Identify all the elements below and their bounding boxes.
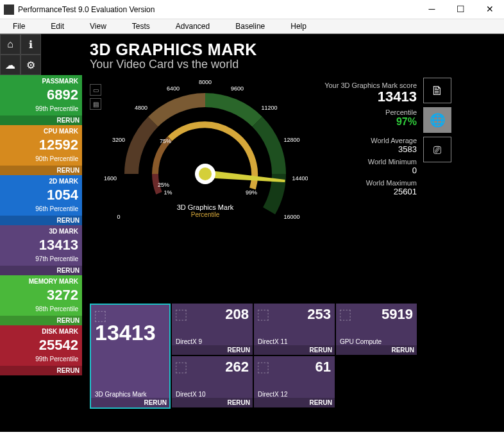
tile-2dmark[interactable]: 2D MARK 1054 96th Percentile RERUN bbox=[0, 175, 82, 225]
save-icon[interactable]: 🗎 bbox=[423, 78, 451, 103]
tile-3dmark[interactable]: 3D MARK 13413 97th Percentile RERUN bbox=[0, 225, 82, 275]
menu-baseline[interactable]: Baseline bbox=[223, 19, 278, 33]
tile-passmark[interactable]: PASSMARK 6892 99th Percentile RERUN bbox=[0, 75, 82, 125]
subtile-dx11[interactable]: ⬚ 253 DirectX 11 RERUN bbox=[254, 304, 335, 355]
svg-text:9600: 9600 bbox=[231, 85, 244, 92]
tile-memorymark[interactable]: MEMORY MARK 3272 98th Percentile RERUN bbox=[0, 275, 82, 325]
page-subtitle: Your Video Card vs the world bbox=[90, 58, 496, 71]
cube-icon: ⬚ bbox=[339, 306, 352, 323]
tile-value: 13413 bbox=[39, 238, 78, 252]
svg-text:1600: 1600 bbox=[104, 175, 117, 182]
svg-text:8000: 8000 bbox=[199, 79, 212, 85]
tile-rerun[interactable]: RERUN bbox=[0, 366, 82, 375]
close-button[interactable]: ✕ bbox=[475, 0, 504, 19]
page-title: 3D GRAPHICS MARK bbox=[90, 40, 496, 59]
tile-cpumark[interactable]: CPU MARK 12592 90th Percentile RERUN bbox=[0, 125, 82, 175]
tile-rerun[interactable]: RERUN bbox=[0, 116, 82, 125]
subtile-rerun[interactable]: RERUN bbox=[172, 345, 253, 355]
tile-value: 3272 bbox=[47, 288, 78, 302]
menu-tests[interactable]: Tests bbox=[119, 19, 163, 33]
svg-text:6400: 6400 bbox=[167, 85, 180, 92]
tile-percentile: 97th Percentile bbox=[35, 255, 78, 262]
svg-text:99%: 99% bbox=[246, 189, 257, 196]
world-avg-value: 3583 bbox=[321, 144, 417, 154]
tile-label: CPU MARK bbox=[44, 128, 78, 135]
tile-diskmark[interactable]: DISK MARK 25542 99th Percentile RERUN bbox=[0, 325, 82, 375]
tile-label: MEMORY MARK bbox=[29, 278, 78, 285]
svg-text:1%: 1% bbox=[164, 189, 172, 196]
subtile-label: GPU Compute bbox=[340, 338, 413, 345]
maximize-button[interactable]: ☐ bbox=[446, 0, 475, 19]
svg-text:3200: 3200 bbox=[112, 137, 125, 143]
world-avg-label: World Average bbox=[321, 137, 417, 144]
svg-text:14400: 14400 bbox=[292, 175, 308, 182]
world-min-label: World Minimum bbox=[321, 158, 417, 166]
tile-label: 3D MARK bbox=[49, 228, 78, 235]
menu-edit[interactable]: Edit bbox=[38, 19, 77, 33]
cube-icon: ⬚ bbox=[94, 307, 107, 324]
percentile-value: 97% bbox=[321, 116, 417, 128]
tile-rerun[interactable]: RERUN bbox=[0, 166, 82, 175]
svg-text:12800: 12800 bbox=[283, 137, 299, 143]
menu-bar: File Edit View Tests Advanced Baseline H… bbox=[0, 19, 504, 34]
svg-text:11200: 11200 bbox=[261, 105, 277, 111]
tile-label: 2D MARK bbox=[49, 178, 78, 185]
svg-point-2 bbox=[199, 167, 212, 180]
subtile-label: DirectX 11 bbox=[258, 338, 331, 345]
menu-advanced[interactable]: Advanced bbox=[163, 19, 223, 33]
subtile-label: 3D Graphics Mark bbox=[95, 391, 165, 398]
world-icon[interactable]: 🌐 bbox=[423, 107, 451, 133]
tile-label: DISK MARK bbox=[42, 328, 78, 335]
chart-mode-icon[interactable]: ▤ bbox=[90, 98, 101, 110]
cube-icon: ⬚ bbox=[256, 306, 270, 323]
subtile-gpucompute[interactable]: ⬚ 5919 GPU Compute RERUN bbox=[336, 304, 417, 355]
tile-rerun[interactable]: RERUN bbox=[0, 216, 82, 225]
subtile-label: DirectX 10 bbox=[176, 391, 249, 398]
tile-value: 6892 bbox=[47, 88, 78, 102]
cloud-icon[interactable]: ☁ bbox=[0, 55, 21, 75]
menu-view[interactable]: View bbox=[77, 19, 119, 33]
subtile-rerun[interactable]: RERUN bbox=[172, 398, 253, 407]
display-mode-icon[interactable]: ▭ bbox=[90, 84, 101, 96]
tile-percentile: 90th Percentile bbox=[35, 155, 78, 162]
compare-icon[interactable]: ⎚ bbox=[423, 137, 451, 162]
info-icon[interactable]: ℹ bbox=[21, 34, 41, 55]
tile-rerun[interactable]: RERUN bbox=[0, 266, 82, 275]
cube-icon: ⬚ bbox=[174, 306, 188, 323]
gauge: ▭ ▤ bbox=[90, 78, 308, 244]
world-max-label: World Maximum bbox=[321, 179, 417, 187]
tile-rerun[interactable]: RERUN bbox=[0, 316, 82, 325]
subtile-dx12[interactable]: ⬚ 61 DirectX 12 RERUN bbox=[254, 356, 335, 407]
subtile-rerun[interactable]: RERUN bbox=[254, 398, 335, 407]
subtile-3d-graphics-mark[interactable]: 13413 3D Graphics Mark RERUN ⬚ bbox=[90, 304, 171, 409]
tile-percentile: 98th Percentile bbox=[35, 305, 78, 313]
score-value: 13413 bbox=[321, 89, 417, 105]
world-min-value: 0 bbox=[321, 166, 417, 175]
subtile-rerun[interactable]: RERUN bbox=[336, 345, 417, 355]
sidebar: ⌂ ℹ ☁ ⚙ PASSMARK 6892 99th Percentile RE… bbox=[0, 34, 82, 432]
tile-percentile: 99th Percentile bbox=[35, 105, 78, 112]
subtile-dx9[interactable]: ⬚ 208 DirectX 9 RERUN bbox=[172, 304, 253, 355]
window-titlebar: PerformanceTest 9.0 Evaluation Version ─… bbox=[0, 0, 504, 19]
gear-icon[interactable]: ⚙ bbox=[21, 55, 41, 75]
gauge-subtitle: Percentile bbox=[90, 211, 321, 218]
menu-file[interactable]: File bbox=[0, 19, 38, 33]
subtile-rerun[interactable]: RERUN bbox=[91, 398, 169, 407]
window-title: PerformanceTest 9.0 Evaluation Version bbox=[18, 5, 417, 14]
minimize-button[interactable]: ─ bbox=[417, 0, 446, 19]
svg-text:25%: 25% bbox=[158, 182, 169, 188]
menu-help[interactable]: Help bbox=[278, 19, 319, 33]
tile-value: 1054 bbox=[47, 188, 78, 202]
svg-text:4800: 4800 bbox=[135, 105, 147, 111]
svg-text:75%: 75% bbox=[160, 138, 171, 144]
tile-value: 12592 bbox=[39, 138, 78, 152]
subtile-dx10[interactable]: ⬚ 262 DirectX 10 RERUN bbox=[172, 356, 253, 407]
tile-percentile: 99th Percentile bbox=[35, 356, 78, 363]
home-icon[interactable]: ⌂ bbox=[0, 34, 21, 55]
gauge-title: 3D Graphics Mark bbox=[90, 203, 321, 211]
subtile-rerun[interactable]: RERUN bbox=[254, 345, 335, 355]
cube-icon: ⬚ bbox=[256, 359, 270, 375]
subtile-label: DirectX 12 bbox=[258, 391, 331, 398]
percentile-label: Percentile bbox=[321, 108, 417, 116]
tile-percentile: 96th Percentile bbox=[35, 205, 78, 212]
